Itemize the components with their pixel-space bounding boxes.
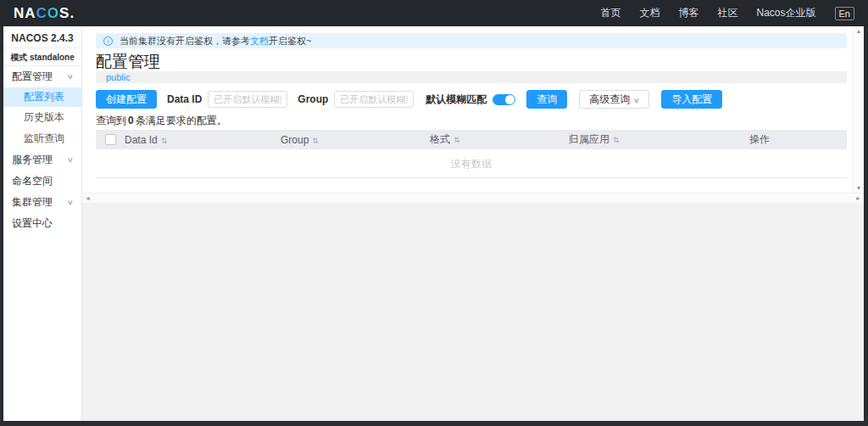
sort-icon[interactable]: ⇅ [453,136,460,144]
group-input[interactable] [334,91,414,108]
language-toggle-button[interactable]: En [835,7,854,20]
result-prefix: 查询到 [96,115,126,126]
sidebar-item-label: 历史版本 [24,110,64,125]
advanced-query-label: 高级查询 [589,93,630,105]
nav-home[interactable]: 首页 [601,6,621,20]
sidebar-item-label: 监听查询 [24,132,64,146]
advanced-query-button[interactable]: 高级查询∨ [579,90,649,109]
sidebar-item-label: 命名空间 [12,174,53,188]
nav-enterprise[interactable]: Nacos企业版 [757,6,816,20]
chevron-down-icon: ∨ [67,73,74,81]
result-summary: 查询到0条满足要求的配置。 [96,115,847,126]
logo-part-co: CO [36,5,60,21]
main-area: i 当前集群没有开启鉴权，请参考 文档 开启鉴权~ 配置管理 public 创建… [82,26,864,421]
column-label: Data Id [125,134,158,146]
top-nav: 首页 文档 博客 社区 Nacos企业版 En [601,6,854,20]
docs-link[interactable]: 文档 [250,35,269,48]
mode-label: 模式 standalone [3,48,81,66]
chevron-down-icon: ∨ [67,199,74,206]
create-config-button[interactable]: 创建配置 [96,90,157,109]
header-cell-select [96,134,125,145]
vertical-scrollbar[interactable]: ▲ ▼ [853,26,864,193]
header-cell-app[interactable]: 归属应用⇅ [569,132,749,147]
group-label: Group [298,93,328,105]
sidebar-item-namespace[interactable]: 命名空间 [3,171,81,192]
caret-down-icon: ∨ [633,92,640,109]
header-cell-operation: 操作 [749,132,847,147]
scroll-right-icon[interactable]: ► [855,195,861,201]
nacos-logo[interactable]: NACOS. [14,5,75,22]
page-title: 配置管理 [96,53,847,71]
table-header-row: Data Id⇅ Group⇅ 格式⇅ 归属应用⇅ 操作 [96,130,847,149]
column-label: 归属应用 [569,133,609,145]
horizontal-scrollbar[interactable]: ◄ ► [82,193,864,203]
header-cell-data-id[interactable]: Data Id⇅ [125,134,281,146]
column-label: 格式 [430,133,450,145]
auth-warning-banner: i 当前集群没有开启鉴权，请参考 文档 开启鉴权~ [96,33,847,48]
sidebar-item-label: 服务管理 [12,153,53,167]
toggle-knob [505,95,515,104]
sort-icon[interactable]: ⇅ [161,137,168,145]
sidebar-item-label: 设置中心 [12,216,53,231]
search-button[interactable]: 查询 [526,90,567,109]
select-all-checkbox[interactable] [105,134,116,145]
logo-part-s: S. [59,5,75,21]
sidebar-item-label: 集群管理 [12,195,53,210]
header-cell-group[interactable]: Group⇅ [281,134,430,146]
scroll-down-icon[interactable]: ▼ [854,185,864,191]
search-toolbar: 创建配置 Data ID Group 默认模糊匹配 查询 高级查询∨ 导入配置 [96,90,847,109]
content: i 当前集群没有开启鉴权，请参考 文档 开启鉴权~ 配置管理 public 创建… [96,26,847,178]
alert-text: 当前集群没有开启鉴权，请参考 [120,35,250,48]
result-count: 0 [126,115,136,126]
table-empty-state: 没有数据 [96,149,847,178]
result-suffix: 条满足要求的配置。 [136,115,227,126]
fuzzy-match-toggle[interactable] [492,94,515,105]
scroll-left-icon[interactable]: ◄ [85,195,91,201]
sidebar-item-service-management[interactable]: 服务管理 ∨ [3,149,81,171]
nav-community[interactable]: 社区 [718,6,738,20]
sidebar-item-config-management[interactable]: 配置管理 ∨ [3,66,81,87]
app-window: NACOS. 首页 文档 博客 社区 Nacos企业版 En NACOS 2.4… [0,0,868,426]
nav-docs[interactable]: 文档 [640,6,660,20]
import-config-button[interactable]: 导入配置 [661,90,722,109]
nacos-version-label: NACOS 2.4.3 [3,26,81,48]
sort-icon[interactable]: ⇅ [613,136,620,144]
info-icon: i [103,36,113,46]
sidebar-item-cluster-management[interactable]: 集群管理 ∨ [3,192,81,213]
nav-blog[interactable]: 博客 [679,6,699,20]
column-label: 操作 [749,133,770,145]
sidebar-item-config-list[interactable]: 配置列表 [3,87,81,107]
content-panel: i 当前集群没有开启鉴权，请参考 文档 开启鉴权~ 配置管理 public 创建… [82,26,864,203]
dataid-input[interactable] [208,91,287,108]
config-table: Data Id⇅ Group⇅ 格式⇅ 归属应用⇅ 操作 [96,130,847,178]
logo-part-na: NA [14,5,36,21]
namespace-bar: public [96,71,847,83]
chevron-down-icon: ∨ [67,156,74,164]
sort-icon[interactable]: ⇅ [312,137,319,145]
top-header: NACOS. 首页 文档 博客 社区 Nacos企业版 En [0,0,868,26]
column-label: Group [281,134,309,146]
sidebar-item-label: 配置管理 [12,70,53,84]
sidebar-item-settings-center[interactable]: 设置中心 [3,213,81,234]
sidebar-item-listening-query[interactable]: 监听查询 [3,128,81,149]
sidebar-item-label: 配置列表 [24,90,64,104]
alert-text: 开启鉴权~ [269,35,311,48]
sidebar: NACOS 2.4.3 模式 standalone 配置管理 ∨ 配置列表 历史… [3,26,82,421]
sidebar-item-history-versions[interactable]: 历史版本 [3,107,81,128]
fuzzy-match-label: 默认模糊匹配 [426,92,487,107]
header-cell-format[interactable]: 格式⇅ [430,132,569,147]
scroll-up-icon[interactable]: ▲ [854,28,864,34]
namespace-tab-public[interactable]: public [106,72,131,82]
dataid-label: Data ID [167,93,202,105]
